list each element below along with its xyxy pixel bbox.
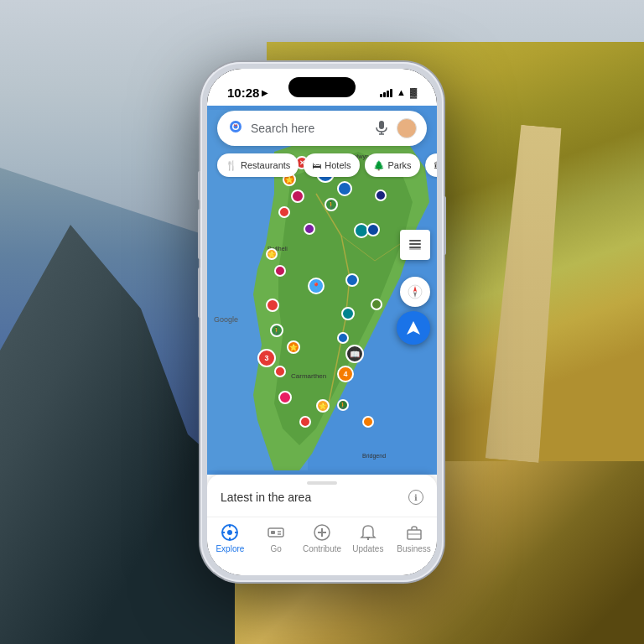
map-pin[interactable] [278,391,292,404]
map-pin[interactable]: 🚶 [325,198,338,211]
signal-bar-3 [387,91,389,97]
nav-label-updates: Updates [352,544,383,553]
chip-attractions[interactable]: 🏛 Attra [425,153,437,177]
map-layers-button[interactable] [400,230,430,260]
svg-rect-14 [409,240,421,242]
nav-item-updates[interactable]: Updates [345,522,391,553]
cluster-pin[interactable]: 3 [257,349,276,367]
bottom-sheet[interactable]: Latest in the area ℹ [207,475,437,575]
nav-label-go: Go [271,544,282,553]
compass-button[interactable] [400,277,430,307]
volume-down-button [198,267,200,318]
category-chips: 🍴 Restaurants 🛏 Hotels 🌲 Parks 🏛 Attra [207,151,437,179]
info-icon[interactable]: ℹ [408,490,423,505]
hotels-icon: 🛏 [312,160,321,170]
status-time: 10:28 [227,86,259,100]
svg-rect-12 [409,247,421,248]
svg-rect-15 [409,248,421,250]
map-pin[interactable] [266,299,279,312]
chip-parks-label: Parks [388,160,412,170]
navigate-button[interactable] [397,311,430,345]
map-pin-book[interactable]: 📖 [345,345,364,363]
map-pin[interactable] [337,181,352,196]
map-pin[interactable]: ⭐ [287,340,300,354]
map-pin[interactable] [366,223,380,236]
signal-bar-4 [390,89,392,97]
nav-label-business: Business [397,544,431,553]
map-pin-location[interactable]: 📍 [308,278,325,294]
map-pin[interactable]: 🚶 [337,399,349,411]
bottom-nav: Explore Go [207,517,437,575]
bottom-sheet-title: Latest in the area ℹ [207,485,437,506]
signal-bar-2 [383,92,386,97]
silent-button [198,171,200,200]
svg-rect-3 [379,121,384,129]
attractions-icon: 🏛 [434,160,437,170]
map-pin[interactable] [341,307,355,320]
map-pin[interactable] [345,273,359,287]
search-bar[interactable]: Search here [217,111,427,146]
svg-rect-13 [409,243,421,245]
status-icons: ▲ ▓ [380,87,417,97]
explore-icon [220,522,240,543]
google-maps-logo [227,120,244,137]
nav-label-contribute: Contribute [303,544,341,553]
phone-inner: 10:28 ▶ ▲ ▓ [207,69,437,575]
svg-point-21 [227,530,232,535]
parks-icon: 🌲 [373,160,385,171]
phone-frame: 10:28 ▶ ▲ ▓ [200,62,444,582]
map-pin[interactable]: ⭐ [316,399,330,413]
google-watermark: Google [214,315,238,324]
chip-restaurants-label: Restaurants [241,160,290,170]
nav-item-explore[interactable]: Explore [207,522,253,553]
map-pin[interactable] [337,332,349,344]
signal-bar-1 [380,94,382,97]
map-pin[interactable]: ⭐ [266,248,278,260]
wifi-icon: ▲ [397,87,406,97]
chip-parks[interactable]: 🌲 Parks [365,153,420,177]
nav-label-explore: Explore [216,544,244,553]
map-pin[interactable] [274,265,286,277]
svg-rect-26 [268,528,283,537]
map-pin[interactable] [278,206,290,218]
contribute-icon [312,522,332,543]
updates-icon [358,522,378,543]
dynamic-island [288,77,356,97]
location-arrow-icon: ▶ [262,88,268,97]
chip-hotels[interactable]: 🛏 Hotels [304,153,359,177]
nav-item-business[interactable]: Business [391,522,437,553]
phone-screen: 10:28 ▶ ▲ ▓ [207,69,437,575]
svg-rect-27 [271,531,275,534]
map-pin[interactable] [375,190,387,201]
go-icon [266,522,286,543]
user-avatar[interactable] [397,118,417,138]
sheet-title-text: Latest in the area [221,491,311,504]
chip-restaurants[interactable]: 🍴 Restaurants [217,153,299,177]
mic-icon[interactable] [373,120,390,137]
battery-icon: ▓ [410,87,417,97]
map-pin[interactable]: 🚶 [270,324,283,337]
volume-up-button [198,209,200,259]
restaurants-icon: 🍴 [226,160,237,171]
map-pin[interactable] [274,366,286,377]
nav-item-go[interactable]: Go [253,522,299,553]
svg-marker-19 [407,321,420,335]
map-pin[interactable] [291,190,304,203]
map-pin[interactable] [362,416,374,428]
chip-hotels-label: Hotels [325,160,351,170]
map-pin[interactable] [371,299,382,310]
nav-item-contribute[interactable]: Contribute [299,522,345,553]
map-pin[interactable] [299,416,311,428]
business-icon [404,522,424,543]
power-button [444,196,446,255]
map-pin[interactable] [304,223,315,235]
cluster-pin[interactable]: 4 [337,366,354,382]
signal-bars [380,87,392,97]
search-input[interactable]: Search here [251,122,366,135]
